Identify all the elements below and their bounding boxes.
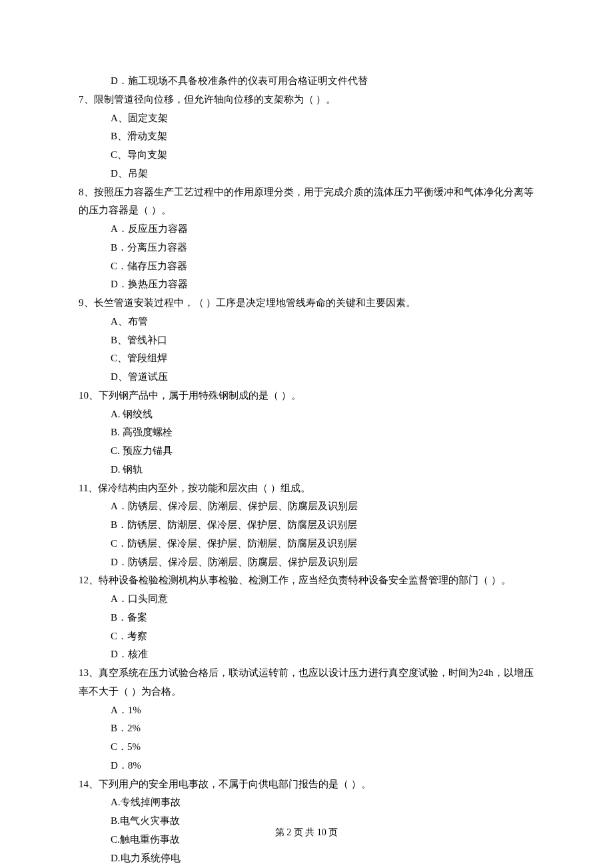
option-b: B、滑动支架 <box>79 127 534 146</box>
question-12: 12、特种设备检验检测机构从事检验、检测工作，应当经负责特种设备安全监督管理的部… <box>79 571 534 664</box>
question-stem: 10、下列钢产品中，属于用特殊钢制成的是（ ）。 <box>79 387 534 405</box>
question-11: 11、保冷结构由内至外，按功能和层次由（ ）组成。 A．防锈层、保冷层、防潮层、… <box>79 479 534 572</box>
option-c: C. 预应力锚具 <box>79 442 534 461</box>
option-b: B．防锈层、防潮层、保冷层、保护层、防腐层及识别层 <box>79 516 534 535</box>
page-content: D．施工现场不具备校准条件的仪表可用合格证明文件代替 7、限制管道径向位移，但允… <box>79 72 534 867</box>
question-stem: 7、限制管道径向位移，但允许轴向位移的支架称为（ ）。 <box>79 91 534 109</box>
option-d: D．8% <box>79 757 534 775</box>
option-c: C、导向支架 <box>79 146 534 165</box>
option-d: D．核准 <box>79 645 534 664</box>
option-a: A.专线掉闸事故 <box>79 793 534 812</box>
option-a: A．口头同意 <box>79 590 534 609</box>
option-b: B．2% <box>79 719 534 738</box>
option-a: A．1% <box>79 701 534 720</box>
option-d: D. 钢轨 <box>79 461 534 479</box>
question-stem: 14、下列用户的安全用电事故，不属于向供电部门报告的是（ ）。 <box>79 775 534 794</box>
option-b: B、管线补口 <box>79 331 534 350</box>
option-c: C．考察 <box>79 627 534 646</box>
option-c: C、管段组焊 <box>79 349 534 368</box>
option-a: A、固定支架 <box>79 109 534 128</box>
option-c: C．防锈层、保冷层、保护层、防潮层、防腐层及识别层 <box>79 535 534 553</box>
option-d: D.电力系统停电 <box>79 849 534 868</box>
question-13: 13、真空系统在压力试验合格后，联动试运转前，也应以设计压力进行真空度试验，时间… <box>79 664 534 775</box>
option-d: D、吊架 <box>79 165 534 183</box>
option-b: B. 高强度螺栓 <box>79 423 534 442</box>
question-stem: 11、保冷结构由内至外，按功能和层次由（ ）组成。 <box>79 479 534 498</box>
option-d: D．换热压力容器 <box>79 275 534 294</box>
option-b: B．备案 <box>79 609 534 627</box>
option-a: A．防锈层、保冷层、防潮层、保护层、防腐层及识别层 <box>79 497 534 516</box>
question-10: 10、下列钢产品中，属于用特殊钢制成的是（ ）。 A. 钢绞线 B. 高强度螺栓… <box>79 387 534 479</box>
option-d: D、管道试压 <box>79 368 534 387</box>
option-c: C．5% <box>79 738 534 757</box>
question-14: 14、下列用户的安全用电事故，不属于向供电部门报告的是（ ）。 A.专线掉闸事故… <box>79 775 534 868</box>
question-8: 8、按照压力容器生产工艺过程中的作用原理分类，用于完成介质的流体压力平衡缓冲和气… <box>79 183 534 295</box>
question-7: 7、限制管道径向位移，但允许轴向位移的支架称为（ ）。 A、固定支架 B、滑动支… <box>79 91 534 183</box>
option-b: B．分离压力容器 <box>79 239 534 257</box>
option-a: A. 钢绞线 <box>79 405 534 424</box>
option-d: D．防锈层、保冷层、防潮层、防腐层、保护层及识别层 <box>79 553 534 572</box>
option-a: A、布管 <box>79 313 534 331</box>
question-stem: 13、真空系统在压力试验合格后，联动试运转前，也应以设计压力进行真空度试验，时间… <box>79 664 534 701</box>
option-a: A．反应压力容器 <box>79 220 534 239</box>
option-c: C．储存压力容器 <box>79 257 534 276</box>
question-9: 9、长竺管道安装过程中，（ ）工序是决定埋地管线寿命的关键和主要因素。 A、布管… <box>79 294 534 387</box>
page-footer: 第 2 页 共 10 页 <box>0 824 613 841</box>
question-stem: 12、特种设备检验检测机构从事检验、检测工作，应当经负责特种设备安全监督管理的部… <box>79 571 534 590</box>
continued-option-d: D．施工现场不具备校准条件的仪表可用合格证明文件代替 <box>79 72 534 91</box>
question-stem: 8、按照压力容器生产工艺过程中的作用原理分类，用于完成介质的流体压力平衡缓冲和气… <box>79 183 534 221</box>
question-stem: 9、长竺管道安装过程中，（ ）工序是决定埋地管线寿命的关键和主要因素。 <box>79 294 534 313</box>
